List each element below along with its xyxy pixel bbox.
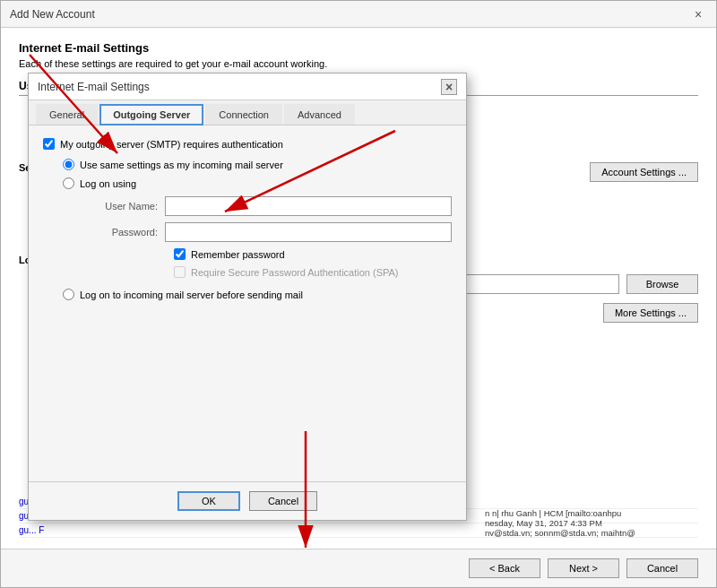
radio-logon-using-label: Log on using — [80, 178, 136, 189]
main-close-button[interactable]: × — [689, 5, 707, 23]
main-window: Add New Account × Internet E-mail Settin… — [0, 0, 717, 588]
remember-password-label: Remember password — [191, 249, 285, 260]
dialog-close-button[interactable]: × — [441, 79, 457, 95]
tab-outgoing-server[interactable]: Outgoing Server — [99, 104, 203, 125]
radio-row-2: Log on using — [63, 177, 452, 189]
more-settings-button[interactable]: More Settings ... — [603, 303, 698, 323]
password-input[interactable] — [165, 222, 452, 242]
username-input[interactable] — [165, 196, 452, 216]
dialog-tab-bar: General Outgoing Server Connection Advan… — [29, 100, 466, 125]
dialog-footer: OK Cancel — [29, 481, 466, 520]
main-window-title: Add New Account — [10, 8, 95, 21]
smtp-auth-row: My outgoing server (SMTP) requires authe… — [43, 138, 452, 150]
radio-row-1: Use same settings as my incoming mail se… — [63, 159, 452, 170]
tab-connection[interactable]: Connection — [205, 104, 282, 125]
require-spa-row: Require Secure Password Authentication (… — [174, 266, 452, 278]
email-footer-content: n n| rhu Ganh | HCM [mailto:oanhpu nesda… — [485, 508, 698, 538]
radio-row-3: Log on to incoming mail server before se… — [63, 289, 452, 300]
dialog-title: Internet E-mail Settings — [38, 81, 150, 93]
main-bottom-bar: < Back Next > Cancel — [1, 549, 716, 587]
internet-email-subtext: Each of these settings are required to g… — [19, 58, 698, 69]
username-label: User Name: — [84, 201, 165, 212]
radio-logon-incoming-label: Log on to incoming mail server before se… — [80, 290, 303, 300]
cancel-button-main[interactable]: Cancel — [626, 558, 698, 578]
cancel-button-dialog[interactable]: Cancel — [249, 491, 317, 511]
dialog-titlebar: Internet E-mail Settings × — [29, 74, 466, 100]
smtp-auth-checkbox[interactable] — [43, 138, 55, 150]
logon-fields: User Name: Password: Remember password R… — [84, 196, 452, 278]
tab-general[interactable]: General — [36, 104, 98, 125]
password-label: Password: — [84, 227, 165, 238]
remember-password-checkbox[interactable] — [174, 248, 186, 260]
next-button[interactable]: Next > — [548, 558, 619, 578]
username-row: User Name: — [84, 196, 452, 216]
smtp-auth-label: My outgoing server (SMTP) requires authe… — [60, 139, 283, 150]
internet-email-heading: Internet E-mail Settings — [19, 41, 698, 55]
ok-button[interactable]: OK — [177, 491, 240, 511]
radio-logon-using[interactable] — [63, 177, 74, 189]
account-settings-button[interactable]: Account Settings ... — [590, 162, 698, 182]
radio-group: Use same settings as my incoming mail se… — [63, 159, 452, 300]
radio-logon-incoming[interactable] — [63, 289, 74, 300]
back-button[interactable]: < Back — [469, 558, 540, 578]
radio-same-settings[interactable] — [63, 159, 74, 170]
require-spa-label: Require Secure Password Authentication (… — [191, 267, 399, 278]
password-row: Password: — [84, 222, 452, 242]
tab-advanced[interactable]: Advanced — [284, 104, 355, 125]
remember-password-row: Remember password — [174, 248, 452, 260]
dialog-body: My outgoing server (SMTP) requires authe… — [29, 125, 466, 481]
main-titlebar: Add New Account × — [1, 1, 716, 28]
require-spa-checkbox[interactable] — [174, 266, 186, 278]
email-settings-dialog: Internet E-mail Settings × General Outgo… — [28, 73, 467, 521]
radio-same-settings-label: Use same settings as my incoming mail se… — [80, 160, 283, 170]
browse-button[interactable]: Browse — [626, 274, 698, 294]
